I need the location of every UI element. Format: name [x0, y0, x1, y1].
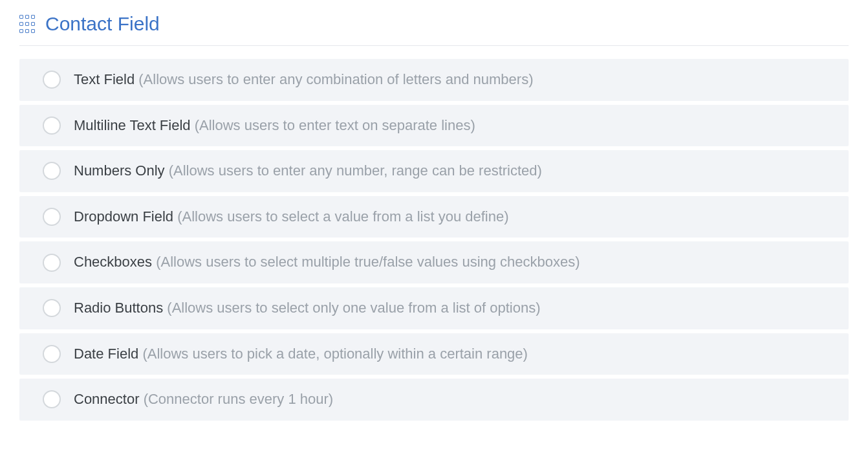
field-option-name: Multiline Text Field	[74, 117, 191, 133]
radio-icon	[43, 254, 61, 272]
field-option-checkboxes[interactable]: Checkboxes (Allows users to select multi…	[19, 241, 849, 283]
field-option-name: Text Field	[74, 71, 135, 87]
field-type-list: Text Field (Allows users to enter any co…	[19, 59, 849, 421]
field-option-name: Checkboxes	[74, 254, 152, 270]
field-option-description: (Connector runs every 1 hour)	[144, 391, 333, 407]
field-option-dropdown-field[interactable]: Dropdown Field (Allows users to select a…	[19, 196, 849, 238]
field-option-name: Dropdown Field	[74, 208, 173, 225]
radio-icon	[43, 116, 61, 135]
field-option-name: Date Field	[74, 346, 138, 362]
grid-icon	[19, 15, 38, 33]
field-option-description: (Allows users to enter text on separate …	[195, 117, 475, 133]
field-option-text: Radio Buttons (Allows users to select on…	[74, 299, 540, 318]
field-option-date-field[interactable]: Date Field (Allows users to pick a date,…	[19, 333, 849, 375]
field-option-radio-buttons[interactable]: Radio Buttons (Allows users to select on…	[19, 287, 849, 329]
field-option-text: Checkboxes (Allows users to select multi…	[74, 253, 580, 272]
field-option-connector[interactable]: Connector (Connector runs every 1 hour)	[19, 379, 849, 421]
field-option-text: Dropdown Field (Allows users to select a…	[74, 208, 509, 226]
radio-icon	[43, 390, 61, 408]
field-option-description: (Allows users to select a value from a l…	[177, 208, 508, 225]
field-option-description: (Allows users to select only one value f…	[167, 300, 540, 316]
section-header: Contact Field	[19, 13, 849, 46]
section-title: Contact Field	[45, 13, 160, 35]
field-option-text: Numbers Only (Allows users to enter any …	[74, 162, 542, 181]
field-option-name: Connector	[74, 391, 140, 407]
field-option-description: (Allows users to select multiple true/fa…	[156, 254, 580, 270]
field-option-description: (Allows users to pick a date, optionally…	[142, 346, 528, 362]
field-option-name: Numbers Only	[74, 162, 165, 179]
field-option-text: Text Field (Allows users to enter any co…	[74, 71, 533, 89]
radio-icon	[43, 162, 61, 180]
field-option-text-field[interactable]: Text Field (Allows users to enter any co…	[19, 59, 849, 101]
radio-icon	[43, 208, 61, 226]
radio-icon	[43, 299, 61, 317]
field-option-description: (Allows users to enter any combination o…	[138, 71, 533, 87]
radio-icon	[43, 71, 61, 89]
field-option-description: (Allows users to enter any number, range…	[169, 162, 542, 179]
field-option-multiline-text-field[interactable]: Multiline Text Field (Allows users to en…	[19, 105, 849, 147]
field-option-text: Multiline Text Field (Allows users to en…	[74, 116, 475, 135]
field-option-text: Date Field (Allows users to pick a date,…	[74, 345, 528, 364]
field-option-numbers-only[interactable]: Numbers Only (Allows users to enter any …	[19, 150, 849, 192]
field-option-name: Radio Buttons	[74, 300, 163, 316]
field-option-text: Connector (Connector runs every 1 hour)	[74, 390, 333, 409]
radio-icon	[43, 345, 61, 363]
